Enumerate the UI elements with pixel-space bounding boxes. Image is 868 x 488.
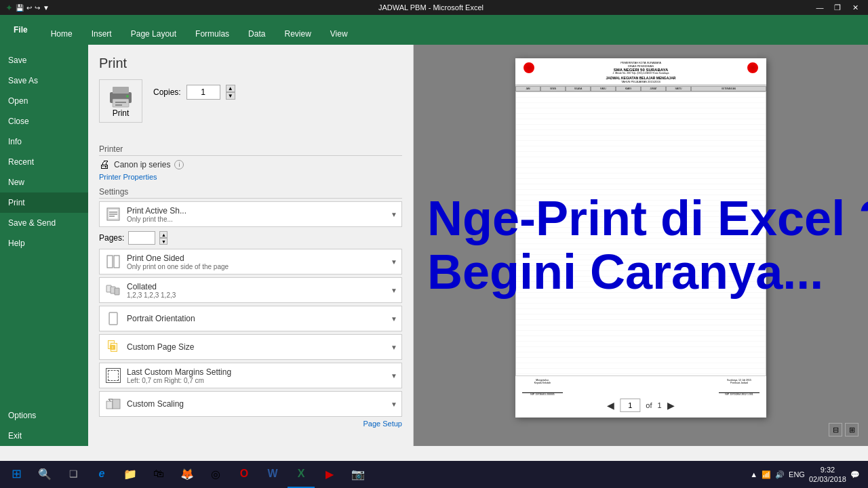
sidebar-item-save-as[interactable]: Save As	[0, 70, 88, 91]
orientation-dropdown[interactable]: Portrait Orientation ▼	[99, 306, 402, 331]
settings-section-label: Settings	[99, 187, 402, 199]
preview-page: PEMERINTAH KOTA SURABAYA DINAS PENDIDIKA…	[515, 58, 766, 418]
time-display: 9:32	[809, 465, 846, 474]
svg-point-5	[126, 95, 129, 98]
printer-properties-link[interactable]: Printer Properties	[99, 173, 157, 181]
orientation-text: Portrait Orientation	[127, 314, 387, 323]
collate-dropdown[interactable]: Collated 1,2,3 1,2,3 1,2,3 ▼	[99, 277, 402, 303]
chrome-app[interactable]: ◎	[202, 461, 229, 488]
schedule-header: PEMERINTAH KOTA SURABAYA DINAS PENDIDIKA…	[515, 58, 766, 85]
svg-rect-3	[115, 102, 126, 103]
word-app[interactable]: W	[259, 461, 286, 488]
svg-rect-19	[110, 313, 117, 324]
scaling-dropdown[interactable]: Custom Scaling ▼	[99, 391, 402, 417]
print-panel: Print Print Copies:	[88, 45, 414, 446]
pages-from-down[interactable]: ▼	[159, 238, 167, 245]
window-title: JADWAL PBM - Microsoft Excel	[50, 3, 812, 12]
tab-data[interactable]: Data	[239, 23, 275, 45]
sidebar-item-open[interactable]: Open	[0, 91, 88, 111]
print-what-icon	[104, 205, 123, 224]
sidebar-item-help[interactable]: Help	[0, 233, 88, 253]
tab-review[interactable]: Review	[275, 23, 320, 45]
tab-insert[interactable]: Insert	[82, 23, 121, 45]
margins-dropdown[interactable]: Last Custom Margins Setting Left: 0,7 cm…	[99, 363, 402, 388]
tray-expand[interactable]: ▲	[750, 470, 757, 479]
page-total: 1	[658, 401, 662, 409]
sidebar-item-info[interactable]: Info	[0, 131, 88, 152]
tab-file[interactable]: File	[0, 15, 41, 45]
task-view-button[interactable]: ❑	[60, 461, 87, 488]
svg-rect-20	[106, 401, 113, 409]
orientation-main: Portrait Orientation	[127, 314, 387, 323]
excel-app[interactable]: X	[288, 461, 315, 488]
sidebar-item-save-send[interactable]: Save & Send	[0, 213, 88, 233]
page-size-text: Custom Page Size	[127, 342, 387, 352]
copies-label: Copies:	[153, 87, 181, 97]
printer-name: Canon ip series	[114, 160, 170, 169]
pages-from-up[interactable]: ▲	[159, 231, 167, 238]
sidebar-item-new[interactable]: New	[0, 172, 88, 192]
print-what-dropdown[interactable]: Print Active Sh... Only print the... ▼	[99, 201, 402, 227]
page-break-button[interactable]: ⊞	[845, 423, 859, 436]
printer-name-row: 🖨 Canon ip series i	[99, 159, 402, 171]
sidebar-item-recent[interactable]: Recent	[0, 152, 88, 172]
sidebar-item-close[interactable]: Close	[0, 111, 88, 131]
prev-page-button[interactable]: ◀	[607, 400, 614, 411]
margins-arrow: ▼	[391, 372, 397, 380]
sidebar-item-print[interactable]: Print	[0, 192, 88, 213]
video-app[interactable]: ▶	[316, 461, 343, 488]
restore-button[interactable]: ❐	[830, 2, 845, 13]
show-margins-button[interactable]: ⊟	[829, 423, 842, 436]
print-title: Print	[99, 56, 402, 71]
edge-app[interactable]: e	[88, 461, 115, 488]
tab-view[interactable]: View	[321, 23, 357, 45]
collate-sub: 1,2,3 1,2,3 1,2,3	[127, 291, 387, 299]
network-icon: 📶	[762, 470, 771, 479]
schedule-title: PEMERINTAH KOTA SURABAYA DINAS PENDIDIKA…	[612, 61, 669, 75]
schedule-content: PEMERINTAH KOTA SURABAYA DINAS PENDIDIKA…	[515, 58, 766, 418]
pages-from-input[interactable]	[128, 231, 155, 245]
copies-spinner: ▲ ▼	[226, 85, 235, 100]
sides-text: Print One Sided Only print on one side o…	[127, 253, 387, 270]
sidebar-item-save[interactable]: Save	[0, 50, 88, 70]
pages-row: Pages: ▲ ▼	[99, 230, 402, 246]
collate-text: Collated 1,2,3 1,2,3 1,2,3	[127, 282, 387, 299]
close-button[interactable]: ✕	[848, 2, 863, 13]
print-btn-label: Print	[113, 108, 130, 118]
notifications-icon[interactable]: 💬	[850, 470, 860, 479]
margins-main: Last Custom Margins Setting	[127, 367, 387, 377]
date-display: 02/03/2018	[809, 474, 846, 484]
copies-decrement[interactable]: ▼	[226, 92, 235, 100]
copies-input[interactable]	[186, 85, 220, 100]
page-number-input[interactable]	[620, 399, 640, 412]
collate-icon	[104, 281, 123, 300]
print-button[interactable]: Print	[99, 79, 142, 123]
svg-rect-12	[108, 256, 112, 267]
copies-increment[interactable]: ▲	[226, 85, 235, 92]
tab-formulas[interactable]: Formulas	[186, 23, 239, 45]
printer-section-label: Printer	[99, 144, 402, 156]
next-page-button[interactable]: ▶	[667, 400, 675, 411]
camera-app[interactable]: 📷	[344, 461, 372, 488]
print-sides-dropdown[interactable]: Print One Sided Only print on one side o…	[99, 249, 402, 274]
files-app[interactable]: 📁	[117, 461, 144, 488]
start-button[interactable]: ⊞	[3, 461, 30, 488]
sidebar-item-exit[interactable]: Exit	[0, 426, 88, 446]
page-size-arrow: ▼	[391, 344, 397, 351]
page-setup-link[interactable]: Page Setup	[99, 420, 402, 428]
backstage-sidebar: Save Save As Open Close Info Recent New …	[0, 45, 88, 446]
info-icon[interactable]: i	[174, 160, 184, 169]
print-what-main: Print Active Sh...	[127, 206, 387, 216]
opera-app[interactable]: O	[231, 461, 258, 488]
sidebar-item-options[interactable]: Options	[0, 405, 88, 426]
store-app[interactable]: 🛍	[145, 461, 172, 488]
clock[interactable]: 9:32 02/03/2018	[809, 465, 846, 485]
search-button[interactable]: 🔍	[31, 461, 58, 488]
tab-home[interactable]: Home	[41, 23, 82, 45]
logo-right	[746, 61, 760, 75]
page-size-dropdown[interactable]: ! Custom Page Size ▼	[99, 334, 402, 360]
margins-icon	[104, 366, 123, 385]
tab-page-layout[interactable]: Page Layout	[121, 23, 186, 45]
minimize-button[interactable]: —	[812, 2, 827, 13]
firefox-app[interactable]: 🦊	[174, 461, 201, 488]
